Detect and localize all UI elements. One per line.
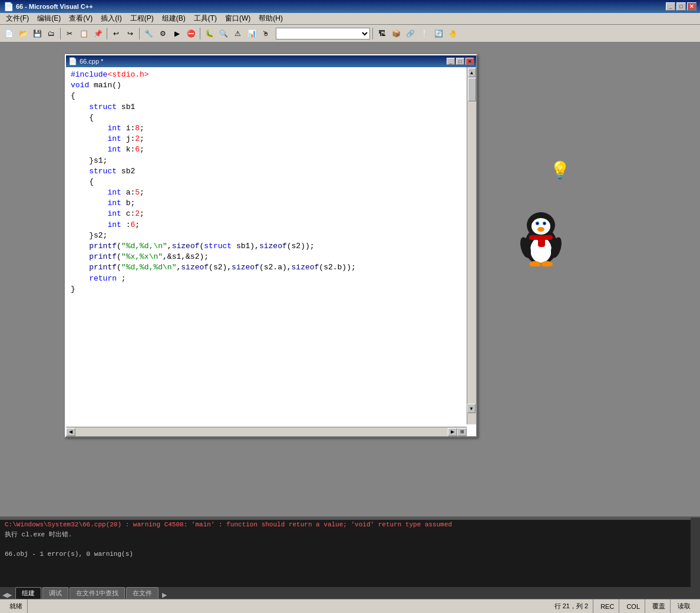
svg-point-9 [544, 223, 546, 225]
status-position: 行 21，列 2 [550, 599, 593, 613]
read-text: 读取 [678, 602, 691, 611]
toolbar: 📄 📂 💾 🗂 ✂ 📋 📌 ↩ ↪ 🔧 ⚙ ▶ ⛔ 🐛 🔍 ⚠ 📊 🖱 🏗 📦 … [0, 25, 700, 42]
editor-close-button[interactable]: ✕ [465, 58, 474, 65]
status-ready: 就绪 [5, 599, 28, 613]
extra4-button[interactable]: ❕ [418, 27, 431, 40]
editor-window: 📄 66.cpp * _ □ ✕ #include<stdio.h> void … [65, 54, 477, 437]
editor-hscrollbar[interactable]: ◀ ▶ ⊞ [66, 427, 467, 436]
title-bar: 📄 66 - Microsoft Visual C++ _ □ ✕ [0, 0, 700, 13]
editor-scrollbar[interactable]: ▲ ▼ [467, 67, 476, 424]
output-tab-next[interactable]: ▶ [7, 591, 12, 599]
output-resize-handle[interactable] [0, 518, 700, 520]
stop-button[interactable]: ⛔ [184, 27, 197, 40]
paste-button[interactable]: 📌 [91, 27, 104, 40]
extra3-button[interactable]: 🔗 [404, 27, 417, 40]
menu-view[interactable]: 查看(V) [65, 12, 96, 25]
editor-maximize-button[interactable]: □ [456, 58, 464, 65]
config-dropdown[interactable] [276, 28, 370, 39]
extra5-button[interactable]: 🔄 [432, 27, 445, 40]
minimize-button[interactable]: _ [666, 2, 675, 11]
extra2-button[interactable]: 📦 [389, 27, 402, 40]
app-title: 66 - Microsoft Visual C++ [16, 3, 93, 10]
output-tab-build[interactable]: 组建 [15, 587, 41, 599]
editor-minimize-button[interactable]: _ [447, 58, 455, 65]
output-tab-find1[interactable]: 在文件1中查找 [70, 587, 125, 599]
app-icon: 📄 [4, 2, 14, 11]
qq-penguin [517, 207, 564, 266]
debug5-button[interactable]: 🖱 [259, 27, 272, 40]
status-bar: 就绪 行 21，列 2 REC COL 覆盖 读取 [0, 599, 700, 613]
debug4-button[interactable]: 📊 [245, 27, 258, 40]
lightbulb-icon: 💡 [550, 160, 570, 180]
menu-edit[interactable]: 编辑(E) [34, 12, 64, 25]
separator-2 [107, 28, 107, 39]
editor-scrollbar-thumb[interactable] [468, 78, 476, 101]
output-line-2: 执行 cl.exe 时出错. [5, 530, 695, 540]
svg-point-10 [537, 227, 544, 232]
separator-3 [139, 28, 140, 39]
menu-bar: 文件(F) 编辑(E) 查看(V) 插入(I) 工程(P) 组建(B) 工具(T… [0, 13, 700, 25]
copy-button[interactable]: 📋 [77, 27, 90, 40]
svg-rect-12 [538, 235, 545, 247]
save-all-button[interactable]: 🗂 [45, 27, 58, 40]
code-container[interactable]: #include<stdio.h> void main() { struct s… [66, 67, 476, 424]
open-button[interactable]: 📂 [16, 27, 29, 40]
menu-tools[interactable]: 工具(T) [190, 12, 220, 25]
debug1-button[interactable]: 🐛 [203, 27, 216, 40]
code-area[interactable]: #include<stdio.h> void main() { struct s… [66, 67, 476, 424]
status-rec: REC [596, 599, 619, 613]
run-button[interactable]: ▶ [170, 27, 183, 40]
output-tab-debug[interactable]: 调试 [42, 587, 68, 599]
close-button[interactable]: ✕ [687, 2, 696, 11]
debug2-button[interactable]: 🔍 [217, 27, 230, 40]
extra6-button[interactable]: 🤚 [446, 27, 459, 40]
main-area: 💡 [0, 42, 700, 516]
debug3-button[interactable]: ⚠ [231, 27, 244, 40]
maximize-button[interactable]: □ [676, 2, 686, 11]
menu-build[interactable]: 组建(B) [159, 12, 189, 25]
output-tab-find2[interactable]: 在文件 [126, 587, 159, 599]
status-cover: 覆盖 [648, 599, 671, 613]
output-line-4: 66.obj - 1 error(s), 0 warning(s) [5, 549, 695, 559]
extra1-button[interactable]: 🏗 [375, 27, 388, 40]
editor-title-controls: _ □ ✕ [447, 58, 474, 65]
editor-title-bar[interactable]: 📄 66.cpp * _ □ ✕ [66, 55, 476, 67]
cut-button[interactable]: ✂ [63, 27, 76, 40]
redo-button[interactable]: ↪ [124, 27, 137, 40]
svg-point-3 [531, 218, 550, 235]
output-line-1: C:\Windows\System32\66.cpp(20) : warning… [5, 520, 695, 530]
cover-text: 覆盖 [652, 602, 665, 611]
status-read: 读取 [673, 599, 695, 613]
output-scrollbar[interactable] [691, 518, 700, 587]
menu-insert[interactable]: 插入(I) [97, 12, 125, 25]
status-text: 就绪 [9, 602, 22, 611]
output-tab-prev[interactable]: ◀ [2, 591, 7, 599]
build1-button[interactable]: 🔧 [142, 27, 155, 40]
position-text: 行 21，列 2 [554, 602, 588, 611]
col-text: COL [626, 603, 640, 610]
menu-window[interactable]: 窗口(W) [222, 12, 254, 25]
undo-button[interactable]: ↩ [110, 27, 123, 40]
rec-text: REC [600, 603, 614, 610]
svg-point-8 [537, 223, 539, 225]
separator-5 [372, 28, 373, 39]
output-content: C:\Windows\System32\66.cpp(20) : warning… [0, 518, 700, 579]
separator-1 [60, 28, 61, 39]
menu-help[interactable]: 帮助(H) [255, 12, 286, 25]
title-bar-left: 📄 66 - Microsoft Visual C++ [4, 2, 93, 11]
separator-4 [200, 28, 200, 39]
save-button[interactable]: 💾 [31, 27, 44, 40]
output-panel: C:\Windows\System32\66.cpp(20) : warning… [0, 516, 700, 599]
menu-project[interactable]: 工程(P) [127, 12, 157, 25]
new-button[interactable]: 📄 [2, 27, 15, 40]
editor-title: 66.cpp * [80, 58, 103, 65]
output-line-3 [5, 539, 695, 549]
menu-file[interactable]: 文件(F) [2, 12, 32, 25]
status-col: COL [622, 599, 645, 613]
output-tabs: ◀ ▶ 组建 调试 在文件1中查找 在文件 ▶ [0, 587, 700, 599]
editor-file-icon: 📄 [68, 57, 77, 65]
build2-button[interactable]: ⚙ [156, 27, 169, 40]
output-tab-end[interactable]: ▶ [162, 591, 167, 599]
title-bar-controls: _ □ ✕ [666, 2, 696, 11]
